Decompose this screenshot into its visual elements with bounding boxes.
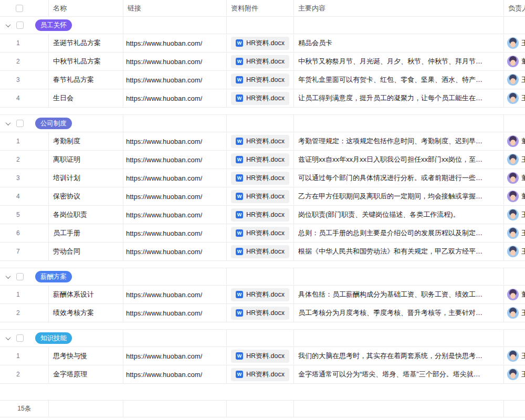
- chevron-down-icon[interactable]: [6, 22, 11, 27]
- attachment-chip[interactable]: W HR资料.docx: [231, 37, 289, 50]
- owner-cell[interactable]: 王: [504, 224, 525, 242]
- owner-cell[interactable]: 王: [504, 151, 525, 169]
- owner-cell[interactable]: 董: [504, 286, 525, 303]
- content-cell[interactable]: 员工考核分为月度考核、季度考核、晋升考核等，主要针对…: [294, 304, 504, 322]
- group-checkbox[interactable]: [16, 120, 24, 127]
- attachment-cell[interactable]: W HR资料.docx: [227, 169, 294, 187]
- content-cell[interactable]: 根据《中华人民共和国劳动法》和有关规定，甲乙双方经平…: [294, 243, 504, 260]
- select-all-checkbox[interactable]: [16, 5, 23, 12]
- attachment-chip[interactable]: W HR资料.docx: [231, 350, 289, 363]
- owner-cell[interactable]: 董: [504, 132, 525, 150]
- group-badge[interactable]: 知识技能: [35, 332, 72, 344]
- name-cell[interactable]: 劳动合同: [49, 243, 123, 260]
- attachment-cell[interactable]: W HR资料.docx: [227, 187, 294, 205]
- owner-cell[interactable]: 董: [504, 52, 525, 70]
- link-cell[interactable]: https://www.huoban.com/: [123, 132, 227, 150]
- name-cell[interactable]: 各岗位职责: [49, 206, 123, 224]
- attachment-cell[interactable]: W HR资料.docx: [227, 224, 294, 242]
- link-cell[interactable]: https://www.huoban.com/: [123, 34, 227, 52]
- link-cell[interactable]: https://www.huoban.com/: [123, 206, 227, 224]
- name-cell[interactable]: 员工手册: [49, 224, 123, 242]
- link-cell[interactable]: https://www.huoban.com/: [123, 304, 227, 322]
- name-cell[interactable]: 中秋节礼品方案: [49, 52, 123, 70]
- link-cell[interactable]: https://www.huoban.com/: [123, 169, 227, 187]
- content-cell[interactable]: 让员工得到满意度，提升员工的凝聚力，让每个员工能生在…: [294, 89, 504, 107]
- attachment-cell[interactable]: W HR资料.docx: [227, 304, 294, 322]
- content-cell[interactable]: 总则：员工手册的总则主要是介绍公司的发展历程以及制定…: [294, 224, 504, 242]
- attachment-cell[interactable]: W HR资料.docx: [227, 286, 294, 303]
- name-cell[interactable]: 金字塔原理: [49, 365, 123, 383]
- attachment-cell[interactable]: W HR资料.docx: [227, 347, 294, 365]
- attachment-chip[interactable]: W HR资料.docx: [231, 172, 289, 185]
- content-cell[interactable]: 考勤管理规定：这项规定包括作息时间、考勤制度、迟到早…: [294, 132, 504, 150]
- attachment-chip[interactable]: W HR资料.docx: [231, 55, 289, 68]
- attachment-cell[interactable]: W HR资料.docx: [227, 34, 294, 52]
- name-cell[interactable]: 考勤制度: [49, 132, 123, 150]
- name-cell[interactable]: 培训计划: [49, 169, 123, 187]
- attachment-chip[interactable]: W HR资料.docx: [231, 190, 289, 203]
- name-cell[interactable]: 生日会: [49, 89, 123, 107]
- name-cell[interactable]: 绩效考核方案: [49, 304, 123, 322]
- content-cell[interactable]: 精品会员卡: [294, 34, 504, 52]
- attachment-chip[interactable]: W HR资料.docx: [231, 153, 289, 166]
- column-header-attachment[interactable]: 资料附件: [227, 0, 294, 16]
- owner-cell[interactable]: 王: [504, 304, 525, 322]
- link-cell[interactable]: https://www.huoban.com/: [123, 52, 227, 70]
- group-badge[interactable]: 公司制度: [35, 118, 72, 130]
- attachment-chip[interactable]: W HR资料.docx: [231, 245, 289, 258]
- content-cell[interactable]: 可以通过每个部门的具体情况进行分析。或者前期进行一些…: [294, 169, 504, 187]
- link-cell[interactable]: https://www.huoban.com/: [123, 151, 227, 169]
- content-cell[interactable]: 乙方在甲方任职期间及离职后的一定期间，均会接触或掌握…: [294, 187, 504, 205]
- owner-cell[interactable]: 王: [504, 89, 525, 107]
- chevron-down-icon[interactable]: [6, 274, 11, 279]
- name-cell[interactable]: 保密协议: [49, 187, 123, 205]
- link-cell[interactable]: https://www.huoban.com/: [123, 347, 227, 365]
- name-cell[interactable]: 圣诞节礼品方案: [49, 34, 123, 52]
- link-cell[interactable]: https://www.huoban.com/: [123, 286, 227, 303]
- owner-cell[interactable]: 王: [504, 243, 525, 260]
- content-cell[interactable]: 我们的大脑在思考时，其实存在着两套系统，分别是快思考…: [294, 347, 504, 365]
- attachment-chip[interactable]: W HR资料.docx: [231, 135, 289, 148]
- column-header-owner[interactable]: 负责人: [504, 0, 525, 16]
- chevron-down-icon[interactable]: [6, 120, 11, 125]
- attachment-chip[interactable]: W HR资料.docx: [231, 227, 289, 240]
- owner-cell[interactable]: 王: [504, 34, 525, 52]
- link-cell[interactable]: https://www.huoban.com/: [123, 187, 227, 205]
- attachment-chip[interactable]: W HR资料.docx: [231, 74, 289, 87]
- content-cell[interactable]: 金字塔通常可以分为“塔尖、塔身、塔基”三个部分。塔尖就…: [294, 365, 504, 383]
- attachment-cell[interactable]: W HR资料.docx: [227, 151, 294, 169]
- owner-cell[interactable]: 王: [504, 347, 525, 365]
- content-cell[interactable]: 中秋节又称祭月节、月光诞、月夕、秋节、仲秋节、拜月节…: [294, 52, 504, 70]
- chevron-down-icon[interactable]: [6, 335, 11, 340]
- attachment-cell[interactable]: W HR资料.docx: [227, 52, 294, 70]
- link-cell[interactable]: https://www.huoban.com/: [123, 243, 227, 260]
- content-cell[interactable]: 年货礼盒里面可以有贺卡、红包、零食、坚果、酒水、特产…: [294, 71, 504, 89]
- owner-cell[interactable]: 王: [504, 365, 525, 383]
- content-cell[interactable]: 具体包括：员工薪酬构成分为基础工资、职务工资、绩效工…: [294, 286, 504, 303]
- attachment-chip[interactable]: W HR资料.docx: [231, 368, 289, 381]
- group-badge[interactable]: 员工关怀: [35, 19, 72, 32]
- name-cell[interactable]: 薪酬体系设计: [49, 286, 123, 303]
- attachment-cell[interactable]: W HR资料.docx: [227, 89, 294, 107]
- owner-cell[interactable]: 董: [504, 187, 525, 205]
- group-badge[interactable]: 薪酬方案: [35, 271, 72, 283]
- link-cell[interactable]: https://www.huoban.com/: [123, 224, 227, 242]
- link-cell[interactable]: https://www.huoban.com/: [123, 71, 227, 89]
- attachment-chip[interactable]: W HR资料.docx: [231, 92, 289, 105]
- attachment-cell[interactable]: W HR资料.docx: [227, 243, 294, 260]
- attachment-chip[interactable]: W HR资料.docx: [231, 288, 289, 301]
- column-header-link[interactable]: 链接: [123, 0, 227, 16]
- attachment-chip[interactable]: W HR资料.docx: [231, 208, 289, 222]
- owner-cell[interactable]: 王: [504, 71, 525, 89]
- column-header-content[interactable]: 主要内容: [294, 0, 504, 16]
- name-cell[interactable]: 春节礼品方案: [49, 71, 123, 89]
- attachment-cell[interactable]: W HR资料.docx: [227, 71, 294, 89]
- link-cell[interactable]: https://www.huoban.com/: [123, 365, 227, 383]
- column-header-name[interactable]: 名称: [49, 0, 123, 16]
- owner-cell[interactable]: 王: [504, 206, 525, 224]
- attachment-chip[interactable]: W HR资料.docx: [231, 307, 289, 320]
- name-cell[interactable]: 离职证明: [49, 151, 123, 169]
- owner-cell[interactable]: 董: [504, 169, 525, 187]
- content-cell[interactable]: 兹证明xx自xx年xx月xx日入职我公司担任xx部门xx岗位，至…: [294, 151, 504, 169]
- attachment-cell[interactable]: W HR资料.docx: [227, 206, 294, 224]
